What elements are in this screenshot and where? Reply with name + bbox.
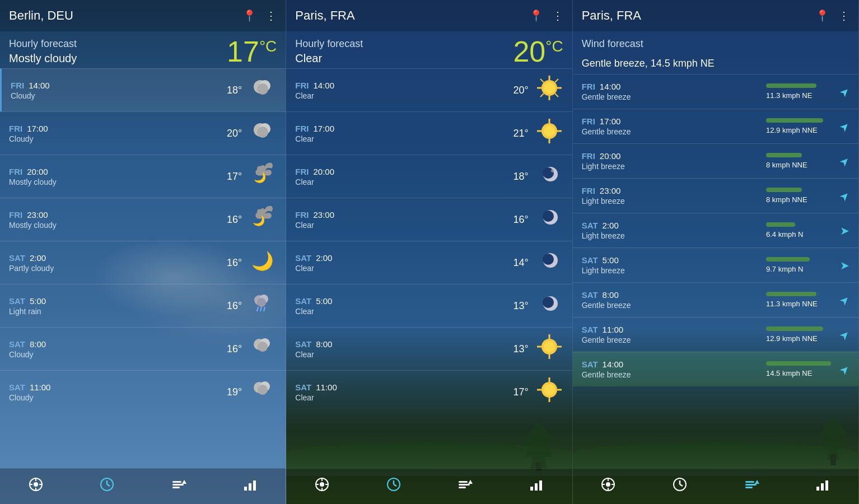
svg-point-56 (554, 174, 556, 176)
paris2-wind-bar-7 (766, 326, 823, 331)
paris2-arrow-4: ➤ (840, 224, 849, 237)
svg-line-13 (260, 307, 262, 311)
berlin-row-2: FRI 20:00 Mostly cloudy 17° 🌙 (0, 155, 286, 198)
paris1-row-6: SAT 8:00 Clear 13° (286, 327, 572, 370)
svg-rect-92 (539, 480, 542, 491)
paris1-nav-current[interactable] (305, 474, 339, 498)
svg-rect-34 (244, 487, 247, 491)
paris1-row-4: SAT 2:00 Clear 14° (286, 241, 572, 284)
paris2-wind-bar-8 (766, 361, 831, 366)
paris2-nav-wind[interactable] (735, 474, 768, 498)
paris2-wind-row-1: FRI 17:00 Gentle breeze 12.9 kmph NNE ➤ (573, 109, 858, 143)
paris2-wind-rows: FRI 14:00 Gentle breeze 11.3 kmph NE ➤ F… (573, 74, 858, 468)
svg-point-58 (543, 211, 554, 222)
berlin-row-3: FRI 23:00 Mostly cloudy 16° 🌙 (0, 198, 286, 241)
berlin-icon-2: 🌙 (249, 161, 277, 192)
berlin-row-6: SAT 8:00 Cloudy 16° (0, 327, 286, 370)
svg-point-38 (544, 82, 555, 94)
paris2-nav-current[interactable] (591, 474, 625, 498)
paris1-row-7: SAT 11:00 Clear 17° (286, 370, 572, 413)
paris2-wind-bar-0 (766, 83, 816, 88)
svg-rect-30 (172, 481, 181, 483)
paris1-row-0: FRI 14:00 Clear 20° (286, 68, 572, 111)
svg-line-14 (264, 307, 265, 311)
paris1-header-icons: 📍 ⋮ (529, 9, 563, 22)
svg-rect-108 (816, 487, 819, 491)
paris2-more-icon[interactable]: ⋮ (838, 9, 849, 22)
paris1-more-icon[interactable]: ⋮ (552, 9, 563, 22)
paris2-header: Paris, FRA 📍 ⋮ (573, 0, 858, 31)
svg-point-2 (257, 83, 268, 95)
svg-rect-110 (825, 480, 828, 491)
paris1-icon-1 (535, 118, 563, 149)
paris1-icon-7 (535, 376, 563, 408)
berlin-nav-graph[interactable] (234, 474, 267, 498)
paris2-arrow-6: ➤ (837, 292, 853, 308)
svg-rect-36 (253, 480, 256, 491)
svg-marker-33 (182, 480, 186, 484)
paris1-row-2: FRI 20:00 Clear 18° (286, 155, 572, 198)
svg-rect-86 (459, 481, 468, 483)
berlin-icon-5 (249, 290, 277, 321)
paris2-arrow-5: ➤ (840, 259, 849, 272)
svg-point-54 (543, 167, 554, 179)
paris2-nav-graph[interactable] (806, 474, 839, 498)
paris2-wind-bar-5 (766, 257, 810, 262)
paris1-city: Paris, FRA (295, 8, 354, 23)
paris1-header: Paris, FRA 📍 ⋮ (286, 0, 572, 31)
svg-point-22 (34, 482, 38, 487)
paris1-temp-large: 20°C (513, 37, 563, 66)
svg-rect-88 (459, 487, 466, 488)
svg-point-55 (551, 169, 554, 172)
svg-rect-105 (745, 484, 757, 486)
paris1-bottom-nav (286, 468, 572, 504)
svg-point-60 (543, 254, 554, 265)
paris1-icon-0 (535, 74, 563, 106)
svg-rect-109 (821, 483, 824, 491)
paris1-pin-icon[interactable]: 📍 (529, 9, 543, 22)
paris1-nav-hourly[interactable] (377, 474, 410, 498)
paris1-icon-6 (535, 333, 563, 365)
berlin-row-0: FRI 14:00 Cloudy 18° (0, 68, 286, 111)
paris2-wind-bar-6 (766, 292, 816, 296)
svg-text:🌙: 🌙 (251, 250, 274, 272)
svg-point-96 (606, 482, 610, 487)
paris2-wind-bar-3 (766, 188, 802, 192)
svg-line-103 (680, 484, 683, 486)
svg-rect-90 (530, 487, 533, 491)
paris1-nav-graph[interactable] (520, 474, 553, 498)
berlin-row-5: SAT 5:00 Light rain 16° (0, 284, 286, 327)
paris-hourly-panel: Paris, FRA 📍 ⋮ Hourly forecast Clear 20°… (286, 0, 572, 504)
paris2-wind-row-6: SAT 8:00 Gentle breeze 11.3 kmph NNE ➤ (573, 282, 858, 317)
paris2-arrow-2: ➤ (837, 153, 853, 169)
paris1-row-3: FRI 23:00 Clear 16° (286, 198, 572, 241)
berlin-nav-current[interactable] (19, 474, 53, 498)
paris1-forecast-header: Hourly forecast Clear 20°C (286, 31, 572, 68)
paris1-icon-4 (535, 247, 563, 278)
paris2-header-icons: 📍 ⋮ (815, 9, 849, 22)
paris2-wind-row-5: SAT 5:00 Light breeze 9.7 kmph N ➤ (573, 248, 858, 282)
svg-rect-106 (745, 487, 753, 488)
berlin-nav-hourly[interactable] (90, 474, 124, 498)
paris2-nav-hourly[interactable] (663, 474, 697, 498)
paris2-wind-row-0: FRI 14:00 Gentle breeze 11.3 kmph NE ➤ (573, 74, 858, 109)
paris1-row-1: FRI 17:00 Clear 21° (286, 111, 572, 155)
svg-marker-89 (468, 480, 473, 484)
berlin-more-icon[interactable]: ⋮ (265, 9, 277, 22)
berlin-header-icons: 📍 ⋮ (242, 9, 277, 22)
berlin-pin-icon[interactable]: 📍 (242, 9, 256, 22)
berlin-icon-6 (249, 333, 277, 365)
paris1-icon-2 (535, 161, 563, 192)
paris2-pin-icon[interactable]: 📍 (815, 9, 829, 22)
berlin-nav-wind[interactable] (162, 474, 195, 498)
svg-rect-32 (172, 487, 180, 488)
paris1-nav-wind[interactable] (448, 474, 482, 498)
berlin-icon-7 (249, 376, 277, 408)
berlin-header: Berlin, DEU 📍 ⋮ (0, 0, 286, 31)
berlin-row-4: SAT 2:00 Partly cloudy 16° 🌙 (0, 241, 286, 284)
berlin-bottom-nav (0, 468, 286, 504)
berlin-icon-3: 🌙 (249, 204, 277, 235)
paris2-wind-bar-1 (766, 118, 823, 123)
paris-wind-panel: Paris, FRA 📍 ⋮ Wind forecast Gentle bree… (573, 0, 859, 504)
berlin-icon-1 (249, 118, 277, 149)
